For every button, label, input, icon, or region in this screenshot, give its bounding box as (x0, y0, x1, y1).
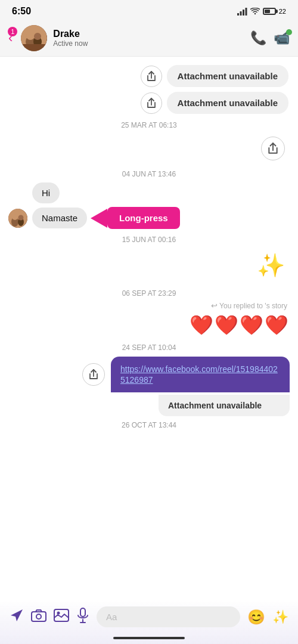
svg-point-8 (34, 33, 41, 40)
wifi-icon (250, 8, 260, 15)
heart-1: ❤️ (190, 314, 213, 336)
contact-avatar[interactable] (21, 25, 47, 51)
svg-point-18 (57, 611, 60, 614)
heart-3: ❤️ (240, 314, 263, 336)
svg-point-16 (36, 614, 41, 619)
emoji-icon[interactable]: 😊 (247, 609, 265, 626)
msg-namaste-bubble[interactable]: Namaste (32, 208, 87, 228)
share-button-3[interactable] (261, 137, 285, 160)
video-call-wrapper[interactable]: 📹 (274, 30, 290, 46)
gallery-icon[interactable] (54, 609, 69, 626)
sender-avatar (8, 209, 27, 228)
camera-icon[interactable] (31, 609, 46, 626)
svg-rect-9 (21, 44, 47, 51)
back-button[interactable]: ‹ 1 (8, 30, 13, 46)
svg-rect-19 (80, 608, 85, 617)
timestamp-1: 25 MAR AT 06:13 (0, 116, 298, 132)
battery-icon (263, 8, 276, 15)
svg-rect-15 (32, 612, 46, 621)
timestamp-3: 15 JUN AT 00:16 (0, 231, 298, 246)
svg-point-6 (26, 32, 35, 40)
contact-info: Drake Active now (53, 29, 250, 48)
attachment-row-2: Attachment unavailable (0, 89, 298, 116)
contact-name: Drake (53, 29, 250, 39)
avatar-image (21, 25, 47, 51)
back-badge: 1 (8, 27, 17, 36)
phone-call-icon[interactable]: 📞 (250, 30, 266, 46)
message-input[interactable]: Aa (97, 606, 240, 627)
sparkles-emoji: ✨ (257, 252, 285, 278)
msg-hi-row: Hi (0, 181, 298, 205)
mic-icon[interactable] (76, 608, 89, 627)
sparkle-icon[interactable]: ✨ (272, 609, 288, 625)
timestamp-4: 06 SEP AT 23:29 (0, 284, 298, 300)
svg-point-14 (18, 215, 24, 220)
link-share-icon (89, 369, 98, 380)
timestamp-5: 24 SEP AT 10:04 (0, 339, 298, 354)
status-time: 6:50 (12, 6, 31, 17)
home-indicator (113, 637, 185, 639)
msg-avatar (8, 209, 27, 228)
status-icons: 22 (237, 8, 286, 16)
svg-rect-2 (243, 10, 244, 16)
attachment-row-1: Attachment unavailable (0, 63, 298, 89)
attachment-bubble-2: Attachment unavailable (167, 92, 288, 114)
chat-area: Attachment unavailable Attachment unavai… (0, 57, 298, 593)
link-row: https://www.facebook.com/reel/1519844025… (0, 354, 298, 395)
msg-hi-bubble: Hi (32, 182, 60, 203)
longpress-label: Long-press (107, 207, 180, 229)
timestamp-6: 26 OCT AT 13:44 (0, 416, 298, 432)
contact-status: Active now (53, 39, 250, 48)
reply-arrow-icon: ↩ (211, 301, 218, 310)
timestamp-2: 04 JUN AT 13:46 (0, 165, 298, 181)
share-icon (147, 71, 156, 82)
svg-rect-3 (245, 8, 247, 16)
arrow-left-icon (91, 209, 107, 228)
longpress-annotation: Long-press (91, 207, 180, 229)
svg-rect-0 (237, 13, 239, 16)
active-indicator (286, 29, 292, 35)
header-actions: 📞 📹 (250, 30, 290, 46)
link-url[interactable]: https://www.facebook.com/reel/1519844025… (120, 364, 278, 385)
heart-2: ❤️ (215, 314, 238, 336)
hearts-row: ❤️ ❤️ ❤️ ❤️ (0, 311, 298, 339)
sparkles-row: ✨ (0, 246, 298, 284)
attachment-bubble-1: Attachment unavailable (167, 65, 288, 87)
share-icon-2 (147, 98, 156, 109)
svg-point-12 (12, 214, 18, 220)
battery-level: 22 (279, 8, 286, 15)
story-reply: ↩ You replied to 's story (0, 300, 298, 311)
send-icon[interactable] (10, 608, 24, 626)
signal-icon (237, 8, 247, 16)
share-icon-3 (268, 143, 278, 154)
link-attachment-bubble: Attachment unavailable (159, 395, 290, 416)
link-share-button[interactable] (82, 363, 105, 386)
svg-rect-1 (240, 11, 241, 16)
link-attachment-wrapper: Attachment unavailable (0, 395, 298, 416)
share-alone (0, 132, 298, 165)
share-button-1[interactable] (141, 66, 162, 87)
status-bar: 6:50 22 (0, 0, 298, 20)
svg-point-10 (8, 209, 27, 228)
msg-namaste-row: Namaste Long-press (0, 205, 298, 231)
share-button-2[interactable] (141, 92, 162, 114)
heart-4: ❤️ (265, 314, 288, 336)
link-bubble[interactable]: https://www.facebook.com/reel/1519844025… (111, 357, 290, 392)
namaste-with-longpress: Namaste Long-press (32, 207, 180, 229)
chat-header: ‹ 1 Drake Active now 📞 📹 (0, 20, 298, 57)
